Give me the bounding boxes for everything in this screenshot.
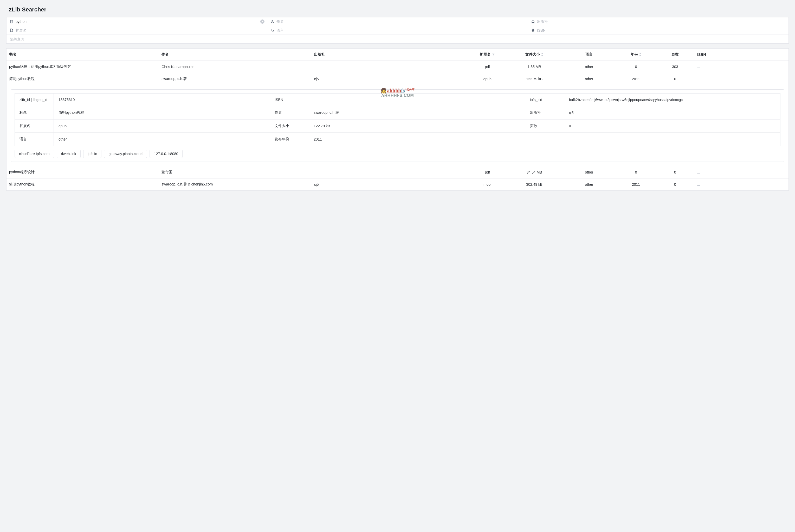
- gateway-button[interactable]: 127.0.0.1:8080: [149, 150, 183, 158]
- gateway-button[interactable]: cloudflare-ipfs.com: [15, 150, 54, 158]
- table-row[interactable]: 简明python教程swaroop, c.h.著cj5epub122.79 kB…: [6, 73, 789, 85]
- cell-publisher: cj5: [311, 178, 468, 191]
- cell-year: 2011: [616, 73, 655, 85]
- detail-v-year: 2011: [309, 133, 780, 146]
- detail-v-ext: epub: [54, 119, 270, 133]
- th-title[interactable]: 书名: [6, 49, 159, 61]
- book-icon: [10, 20, 14, 24]
- detail-k-ids: zlib_id | libgen_id: [15, 94, 54, 106]
- detail-k-pages: 页数: [525, 119, 564, 133]
- extension-input[interactable]: [16, 28, 264, 33]
- title-field-wrap: [6, 17, 267, 26]
- cell-title: python程序设计: [6, 166, 159, 178]
- file-icon: [10, 28, 14, 32]
- filter-icon[interactable]: [492, 53, 495, 56]
- cell-year: 2011: [616, 178, 655, 191]
- th-publisher[interactable]: 出版社: [311, 49, 468, 61]
- complex-input[interactable]: [10, 37, 785, 41]
- cell-size: 34.54 MB: [507, 166, 561, 178]
- table-row[interactable]: 简明python教程swaroop, c.h.著 & chenjin5.comc…: [6, 178, 789, 191]
- clear-title-icon[interactable]: [260, 19, 265, 24]
- detail-k-ipfs: ipfs_cid: [525, 94, 564, 106]
- empty-dash-icon: [697, 80, 700, 80]
- detail-v-pages: 0: [564, 119, 780, 133]
- gateway-list: cloudflare-ipfs.comdweb.linkipfs.iogatew…: [15, 150, 780, 158]
- th-language[interactable]: 语言: [562, 49, 616, 61]
- isbn-field-wrap: [528, 26, 789, 35]
- cell-ext: mobi: [468, 178, 507, 191]
- table-row[interactable]: python程序设计董付国pdf34.54 MBother00: [6, 166, 789, 178]
- cell-author: 董付国: [159, 166, 311, 178]
- detail-panel: 👧ahhhhfsA姐分享AHHHHFS.COMzlib_id | libgen_…: [11, 89, 784, 162]
- detail-k-publisher: 出版社: [525, 106, 564, 119]
- cell-ext: pdf: [468, 166, 507, 178]
- cell-title: 简明python教程: [6, 178, 159, 191]
- filters: [6, 17, 789, 44]
- language-field-wrap: [267, 26, 528, 35]
- detail-v-ipfs: bafk2bzacebfimj6wwnpi2pcwnjsrw6ejlppoupo…: [564, 94, 780, 106]
- cell-isbn: [694, 61, 789, 73]
- th-pages[interactable]: 页数: [656, 49, 694, 61]
- th-filesize[interactable]: 文件大小: [507, 49, 561, 61]
- title-input[interactable]: [16, 19, 264, 24]
- sort-icon[interactable]: [541, 53, 543, 57]
- translate-icon: [270, 28, 274, 32]
- detail-k-ext: 扩展名: [15, 119, 54, 133]
- sort-icon[interactable]: [639, 53, 642, 57]
- cell-size: 122.79 kB: [507, 73, 561, 85]
- detail-v-ids: 18375310: [54, 94, 270, 106]
- th-author[interactable]: 作者: [159, 49, 311, 61]
- complex-field-wrap: [6, 35, 789, 44]
- svg-rect-0: [11, 20, 13, 23]
- cell-isbn: [694, 166, 789, 178]
- table-row[interactable]: python绝技：运用python成为顶级黑客Chris Katsaropoul…: [6, 61, 789, 73]
- cell-pages: 303: [656, 61, 694, 73]
- th-extension[interactable]: 扩展名: [468, 49, 507, 61]
- cell-lang: other: [562, 166, 616, 178]
- svg-point-1: [272, 20, 273, 22]
- cell-year: 0: [616, 166, 655, 178]
- publisher-field-wrap: [528, 17, 789, 26]
- language-input[interactable]: [276, 28, 525, 33]
- empty-dash-icon: [697, 173, 700, 173]
- detail-v-isbn: [309, 94, 525, 106]
- cell-lang: other: [562, 73, 616, 85]
- gateway-button[interactable]: gateway.pinata.cloud: [104, 150, 147, 158]
- th-year[interactable]: 年份: [616, 49, 655, 61]
- gateway-button[interactable]: ipfs.io: [83, 150, 102, 158]
- empty-dash-icon: [697, 68, 700, 68]
- detail-v-author: swaroop, c.h.著: [309, 106, 525, 119]
- cell-publisher: [311, 166, 468, 178]
- cell-isbn: [694, 73, 789, 85]
- cell-lang: other: [562, 178, 616, 191]
- detail-table: zlib_id | libgen_id18375310ISBNipfs_cidb…: [15, 93, 780, 146]
- author-input[interactable]: [276, 19, 525, 24]
- detail-k-year: 发布年份: [270, 133, 309, 146]
- cell-title: 简明python教程: [6, 73, 159, 85]
- th-isbn[interactable]: ISBN: [694, 49, 789, 61]
- detail-v-lang: other: [54, 133, 270, 146]
- hash-icon: [531, 28, 535, 32]
- isbn-input[interactable]: [537, 28, 785, 33]
- gateway-button[interactable]: dweb.link: [57, 150, 80, 158]
- cell-author: swaroop, c.h.著: [159, 73, 311, 85]
- cell-ext: pdf: [468, 61, 507, 73]
- detail-k-author: 作者: [270, 106, 309, 119]
- detail-k-size: 文件大小: [270, 119, 309, 133]
- cell-pages: 0: [656, 73, 694, 85]
- detail-v-size: 122.79 kB: [309, 119, 525, 133]
- empty-dash-icon: [697, 185, 700, 186]
- cell-isbn: [694, 178, 789, 191]
- cell-size: 1.55 MB: [507, 61, 561, 73]
- cell-publisher: [311, 61, 468, 73]
- cell-pages: 0: [656, 166, 694, 178]
- table-header-row: 书名 作者 出版社 扩展名 文件大小: [6, 49, 789, 61]
- publisher-input[interactable]: [537, 19, 785, 24]
- page-title: zLib Searcher: [6, 6, 789, 13]
- cell-author: swaroop, c.h.著 & chenjin5.com: [159, 178, 311, 191]
- detail-v-title: 简明python教程: [54, 106, 270, 119]
- cell-year: 0: [616, 61, 655, 73]
- author-field-wrap: [267, 17, 528, 26]
- extension-field-wrap: [6, 26, 267, 35]
- expanded-detail-row: 👧ahhhhfsA姐分享AHHHHFS.COMzlib_id | libgen_…: [6, 85, 789, 166]
